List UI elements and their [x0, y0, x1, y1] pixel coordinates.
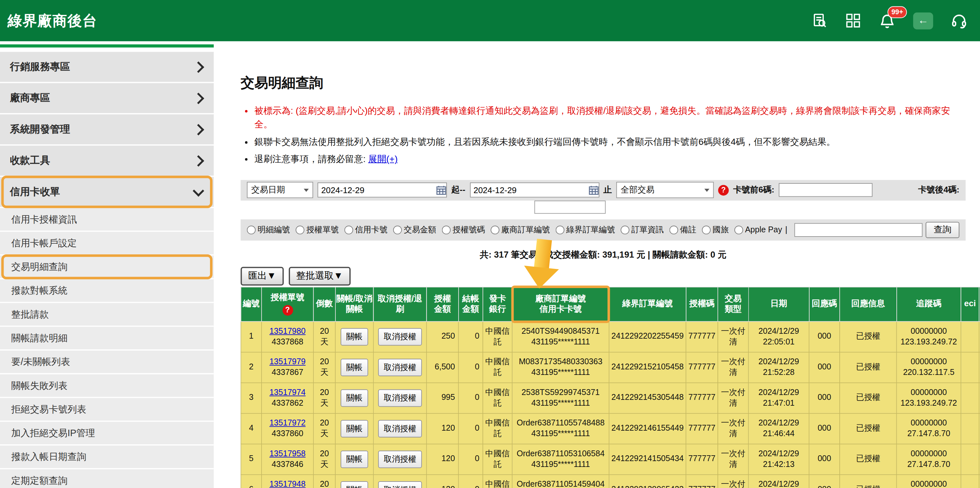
sidebar-item-3[interactable]: 收款工具: [0, 146, 214, 176]
radio-group-pipe: |: [785, 225, 788, 235]
transaction-type-select[interactable]: 全部交易: [616, 182, 714, 198]
export-button[interactable]: 匯出▼: [241, 267, 284, 286]
close-account-button[interactable]: 關帳: [340, 420, 368, 437]
support-headset-icon[interactable]: [950, 12, 967, 29]
auth-no-link[interactable]: 13517972: [269, 418, 305, 428]
search-button[interactable]: 查詢: [926, 222, 959, 238]
radio-input[interactable]: [247, 226, 256, 234]
sidebar-subitem-8[interactable]: 拒絕交易卡號列表: [0, 398, 214, 422]
radio-option-1[interactable]: 授權單號: [296, 224, 339, 235]
help-icon[interactable]: ?: [282, 305, 293, 316]
cell-tx-type: 一次付清: [718, 383, 749, 413]
radio-label: 訂單資訊: [631, 224, 664, 235]
cell-resp-msg: 已授權: [840, 413, 897, 444]
radio-option-5[interactable]: 廠商訂單編號: [491, 224, 550, 235]
collapse-back-button[interactable]: ←: [913, 12, 933, 29]
radio-option-2[interactable]: 信用卡號: [345, 224, 388, 235]
date-from-field[interactable]: [318, 183, 447, 198]
date-range-separator: 起--: [451, 185, 465, 196]
cancel-auth-button[interactable]: 取消授權: [378, 420, 422, 437]
radio-input[interactable]: [734, 226, 743, 234]
invoice-icon[interactable]: [811, 13, 827, 29]
filter-gap: [241, 200, 966, 219]
cancel-auth-button[interactable]: 取消授權: [378, 450, 422, 468]
sidebar-subitem-9[interactable]: 加入拒絕交易IP管理: [0, 422, 214, 445]
sidebar-subitem-2[interactable]: 交易明細查詢: [0, 256, 214, 279]
date-to-input[interactable]: [470, 186, 589, 195]
notice-text: 退刷注意事項，請務必留意:: [255, 154, 368, 164]
date-to-field[interactable]: [469, 183, 599, 198]
auth-no-link[interactable]: 13517979: [269, 357, 305, 366]
sidebar-subitem-11[interactable]: 定期定額查詢: [0, 469, 214, 488]
card-first6-input[interactable]: [779, 183, 872, 197]
date-from-input[interactable]: [318, 186, 436, 195]
radio-option-0[interactable]: 明細編號: [247, 224, 290, 235]
cell-close: 關帳: [336, 383, 374, 413]
batch-select-button[interactable]: 整批選取▼: [289, 267, 351, 286]
radio-option-3[interactable]: 交易金額: [393, 224, 436, 235]
cell-countdown: 20 天: [313, 444, 336, 475]
help-icon[interactable]: ?: [718, 185, 729, 196]
cell-tx-type: 一次付清: [718, 352, 749, 383]
radio-input[interactable]: [670, 226, 678, 234]
cell-bank: 中國信託: [483, 475, 512, 488]
radio-input[interactable]: [296, 226, 304, 234]
calendar-icon[interactable]: [436, 186, 446, 195]
cell-countdown: 20 天: [313, 383, 336, 413]
sidebar-item-0[interactable]: 行銷服務專區: [0, 52, 214, 82]
auth-no-link[interactable]: 13517948: [269, 479, 305, 488]
sidebar-subitem-1[interactable]: 信用卡帳戶設定: [0, 232, 214, 256]
cell-eci: [961, 383, 979, 413]
radio-input[interactable]: [393, 226, 402, 234]
notification-bell-icon[interactable]: 99+: [879, 12, 896, 29]
auth-no-link[interactable]: 13517974: [269, 388, 305, 397]
radio-option-8[interactable]: 備註: [670, 224, 697, 235]
cancel-auth-button[interactable]: 取消授權: [378, 359, 422, 376]
radio-input[interactable]: [702, 226, 711, 234]
sidebar-subitem-5[interactable]: 關帳請款明細: [0, 327, 214, 351]
sidebar-subitem-6[interactable]: 要/未關帳列表: [0, 351, 214, 374]
table-body: 113517980433786820 天關帳取消授權2500中國信託2540TS…: [241, 321, 980, 488]
sidebar-item-4[interactable]: 信用卡收單: [0, 177, 214, 207]
radio-input[interactable]: [442, 226, 451, 234]
radio-input[interactable]: [491, 226, 500, 234]
radio-option-10[interactable]: Apple Pay: [734, 225, 782, 235]
date-type-select[interactable]: 交易日期: [247, 182, 313, 198]
sidebar-item-1[interactable]: 廠商專區: [0, 83, 214, 113]
close-account-button[interactable]: 關帳: [340, 450, 368, 468]
radio-option-9[interactable]: 國旅: [702, 224, 729, 235]
sidebar-subitem-label: 加入拒絕交易IP管理: [11, 427, 95, 439]
close-account-button[interactable]: 關帳: [340, 359, 368, 376]
auth-no-link[interactable]: 13517958: [269, 449, 305, 458]
sidebar-subitem-3[interactable]: 撥款對帳系統: [0, 279, 214, 303]
radio-input[interactable]: [620, 226, 629, 234]
keyword-search-input[interactable]: [794, 223, 922, 237]
close-account-button[interactable]: 關帳: [340, 389, 368, 407]
close-account-button[interactable]: 關帳: [340, 481, 368, 488]
radio-option-7[interactable]: 訂單資訊: [620, 224, 664, 235]
cancel-auth-button[interactable]: 取消授權: [378, 389, 422, 407]
calendar-icon[interactable]: [589, 186, 598, 195]
cancel-auth-button[interactable]: 取消授權: [378, 328, 422, 345]
expand-link[interactable]: 展開(+): [368, 154, 398, 164]
close-account-button[interactable]: 關帳: [340, 328, 368, 345]
cell-countdown: 20 天: [313, 321, 336, 352]
radio-input[interactable]: [556, 226, 565, 234]
radio-option-4[interactable]: 授權號碼: [442, 224, 485, 235]
cell-date: 2024/12/2921:46:44: [748, 413, 809, 444]
sidebar-subitem-4[interactable]: 整批請款: [0, 303, 214, 327]
auth-no-link[interactable]: 13517980: [269, 326, 305, 336]
sidebar-subitem-0[interactable]: 信用卡授權資訊: [0, 208, 214, 232]
cell-no: 6: [241, 475, 261, 488]
col-header-text: 授權單號: [270, 292, 304, 302]
cell-close: 關帳: [336, 413, 374, 444]
sidebar-item-2[interactable]: 系統開發管理: [0, 114, 214, 145]
sidebar-subitem-10[interactable]: 撥款入帳日期查詢: [0, 445, 214, 469]
cancel-auth-button[interactable]: 取消授權: [378, 481, 422, 488]
apps-grid-icon[interactable]: [845, 13, 861, 29]
sidebar-subitem-7[interactable]: 關帳失敗列表: [0, 374, 214, 398]
hidden-filter-input[interactable]: [535, 200, 606, 214]
radio-input[interactable]: [345, 226, 353, 234]
radio-option-6[interactable]: 綠界訂單編號: [556, 224, 615, 235]
sidebar-subitem-label: 拒絕交易卡號列表: [11, 404, 86, 415]
